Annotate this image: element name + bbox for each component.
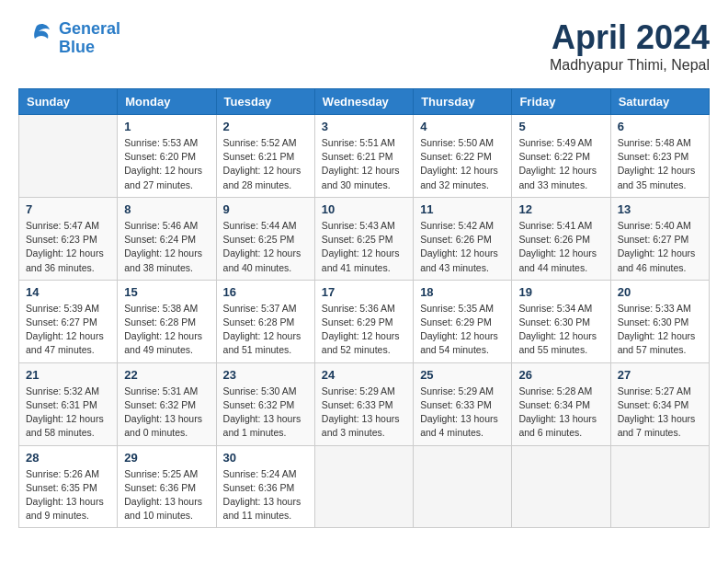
day-info: Sunrise: 5:42 AMSunset: 6:26 PMDaylight:… [420, 219, 505, 275]
day-info: Sunrise: 5:27 AMSunset: 6:34 PMDaylight:… [618, 385, 702, 441]
calendar-cell: 1Sunrise: 5:53 AMSunset: 6:20 PMDaylight… [118, 115, 216, 198]
day-info: Sunrise: 5:37 AMSunset: 6:28 PMDaylight:… [223, 302, 308, 358]
day-info: Sunrise: 5:33 AMSunset: 6:30 PMDaylight:… [618, 302, 702, 358]
calendar-cell [19, 115, 118, 198]
day-info: Sunrise: 5:24 AMSunset: 6:36 PMDaylight:… [223, 467, 308, 523]
calendar-cell: 13Sunrise: 5:40 AMSunset: 6:27 PMDayligh… [610, 197, 709, 280]
day-number: 26 [518, 368, 603, 382]
calendar-cell: 17Sunrise: 5:36 AMSunset: 6:29 PMDayligh… [314, 280, 413, 362]
weekday-header: Sunday [19, 89, 118, 115]
day-info: Sunrise: 5:41 AMSunset: 6:26 PMDaylight:… [518, 219, 603, 275]
day-number: 18 [420, 285, 505, 299]
calendar-cell: 18Sunrise: 5:35 AMSunset: 6:29 PMDayligh… [414, 280, 512, 362]
day-number: 20 [618, 285, 702, 299]
day-info: Sunrise: 5:53 AMSunset: 6:20 PMDaylight:… [124, 136, 209, 192]
calendar-cell: 9Sunrise: 5:44 AMSunset: 6:25 PMDaylight… [216, 197, 314, 280]
day-info: Sunrise: 5:47 AMSunset: 6:23 PMDaylight:… [26, 219, 110, 275]
day-info: Sunrise: 5:36 AMSunset: 6:29 PMDaylight:… [322, 302, 406, 358]
calendar-cell: 4Sunrise: 5:50 AMSunset: 6:22 PMDaylight… [414, 115, 512, 198]
calendar-week-row: 28Sunrise: 5:26 AMSunset: 6:35 PMDayligh… [19, 445, 710, 528]
day-number: 24 [322, 368, 406, 382]
day-info: Sunrise: 5:31 AMSunset: 6:32 PMDaylight:… [124, 385, 209, 441]
title-block: April 2024 Madhyapur Thimi, Nepal [550, 18, 710, 74]
calendar-cell: 26Sunrise: 5:28 AMSunset: 6:34 PMDayligh… [512, 362, 610, 445]
location: Madhyapur Thimi, Nepal [550, 57, 710, 74]
day-info: Sunrise: 5:40 AMSunset: 6:27 PMDaylight:… [618, 219, 702, 275]
day-number: 15 [124, 285, 209, 299]
calendar-cell: 6Sunrise: 5:48 AMSunset: 6:23 PMDaylight… [610, 115, 709, 198]
day-number: 12 [518, 202, 603, 216]
day-number: 4 [420, 120, 505, 133]
day-number: 23 [223, 368, 308, 382]
day-info: Sunrise: 5:34 AMSunset: 6:30 PMDaylight:… [518, 302, 603, 358]
calendar-cell: 12Sunrise: 5:41 AMSunset: 6:26 PMDayligh… [512, 197, 610, 280]
month-title: April 2024 [550, 18, 710, 57]
calendar-header-row: SundayMondayTuesdayWednesdayThursdayFrid… [19, 89, 710, 115]
day-number: 27 [618, 368, 702, 382]
day-number: 19 [518, 285, 603, 299]
calendar-week-row: 14Sunrise: 5:39 AMSunset: 6:27 PMDayligh… [19, 280, 710, 362]
day-number: 1 [124, 120, 209, 133]
logo: General Blue [18, 18, 120, 59]
calendar-cell: 3Sunrise: 5:51 AMSunset: 6:21 PMDaylight… [314, 115, 413, 198]
day-info: Sunrise: 5:44 AMSunset: 6:25 PMDaylight:… [223, 219, 308, 275]
calendar-cell: 8Sunrise: 5:46 AMSunset: 6:24 PMDaylight… [118, 197, 216, 280]
day-info: Sunrise: 5:35 AMSunset: 6:29 PMDaylight:… [420, 302, 505, 358]
day-info: Sunrise: 5:29 AMSunset: 6:33 PMDaylight:… [322, 385, 406, 441]
day-number: 3 [322, 120, 406, 133]
day-info: Sunrise: 5:30 AMSunset: 6:32 PMDaylight:… [223, 385, 308, 441]
weekday-header: Wednesday [314, 89, 413, 115]
day-info: Sunrise: 5:28 AMSunset: 6:34 PMDaylight:… [518, 385, 603, 441]
day-number: 28 [26, 451, 110, 465]
calendar-cell: 11Sunrise: 5:42 AMSunset: 6:26 PMDayligh… [414, 197, 512, 280]
calendar-cell [414, 445, 512, 528]
calendar-cell: 7Sunrise: 5:47 AMSunset: 6:23 PMDaylight… [19, 197, 118, 280]
calendar-cell: 14Sunrise: 5:39 AMSunset: 6:27 PMDayligh… [19, 280, 118, 362]
calendar-table: SundayMondayTuesdayWednesdayThursdayFrid… [18, 88, 710, 528]
calendar-cell: 24Sunrise: 5:29 AMSunset: 6:33 PMDayligh… [314, 362, 413, 445]
day-number: 17 [322, 285, 406, 299]
day-info: Sunrise: 5:26 AMSunset: 6:35 PMDaylight:… [26, 467, 110, 523]
day-info: Sunrise: 5:48 AMSunset: 6:23 PMDaylight:… [618, 136, 702, 192]
day-info: Sunrise: 5:46 AMSunset: 6:24 PMDaylight:… [124, 219, 209, 275]
day-number: 14 [26, 285, 110, 299]
day-number: 2 [223, 120, 308, 133]
calendar-cell: 10Sunrise: 5:43 AMSunset: 6:25 PMDayligh… [314, 197, 413, 280]
calendar-cell: 21Sunrise: 5:32 AMSunset: 6:31 PMDayligh… [19, 362, 118, 445]
day-info: Sunrise: 5:51 AMSunset: 6:21 PMDaylight:… [322, 136, 406, 192]
calendar-cell: 15Sunrise: 5:38 AMSunset: 6:28 PMDayligh… [118, 280, 216, 362]
day-number: 13 [618, 202, 702, 216]
day-info: Sunrise: 5:52 AMSunset: 6:21 PMDaylight:… [223, 136, 308, 192]
day-info: Sunrise: 5:38 AMSunset: 6:28 PMDaylight:… [124, 302, 209, 358]
day-number: 6 [618, 120, 702, 133]
day-number: 21 [26, 368, 110, 382]
day-number: 16 [223, 285, 308, 299]
day-info: Sunrise: 5:39 AMSunset: 6:27 PMDaylight:… [26, 302, 110, 358]
day-number: 22 [124, 368, 209, 382]
calendar-cell [512, 445, 610, 528]
day-number: 11 [420, 202, 505, 216]
weekday-header: Saturday [610, 89, 709, 115]
weekday-header: Tuesday [216, 89, 314, 115]
weekday-header: Thursday [414, 89, 512, 115]
day-number: 8 [124, 202, 209, 216]
day-info: Sunrise: 5:43 AMSunset: 6:25 PMDaylight:… [322, 219, 406, 275]
calendar-cell: 27Sunrise: 5:27 AMSunset: 6:34 PMDayligh… [610, 362, 709, 445]
day-number: 7 [26, 202, 110, 216]
calendar-cell [314, 445, 413, 528]
calendar-cell: 16Sunrise: 5:37 AMSunset: 6:28 PMDayligh… [216, 280, 314, 362]
weekday-header: Monday [118, 89, 216, 115]
day-info: Sunrise: 5:25 AMSunset: 6:36 PMDaylight:… [124, 467, 209, 523]
calendar-week-row: 1Sunrise: 5:53 AMSunset: 6:20 PMDaylight… [19, 115, 710, 198]
day-number: 25 [420, 368, 505, 382]
logo-blue: Blue [59, 38, 95, 56]
weekday-header: Friday [512, 89, 610, 115]
calendar-cell [610, 445, 709, 528]
page-header: General Blue April 2024 Madhyapur Thimi,… [18, 18, 710, 74]
calendar-cell: 5Sunrise: 5:49 AMSunset: 6:22 PMDaylight… [512, 115, 610, 198]
calendar-week-row: 21Sunrise: 5:32 AMSunset: 6:31 PMDayligh… [19, 362, 710, 445]
calendar-cell: 30Sunrise: 5:24 AMSunset: 6:36 PMDayligh… [216, 445, 314, 528]
day-info: Sunrise: 5:29 AMSunset: 6:33 PMDaylight:… [420, 385, 505, 441]
day-number: 9 [223, 202, 308, 216]
calendar-cell: 20Sunrise: 5:33 AMSunset: 6:30 PMDayligh… [610, 280, 709, 362]
